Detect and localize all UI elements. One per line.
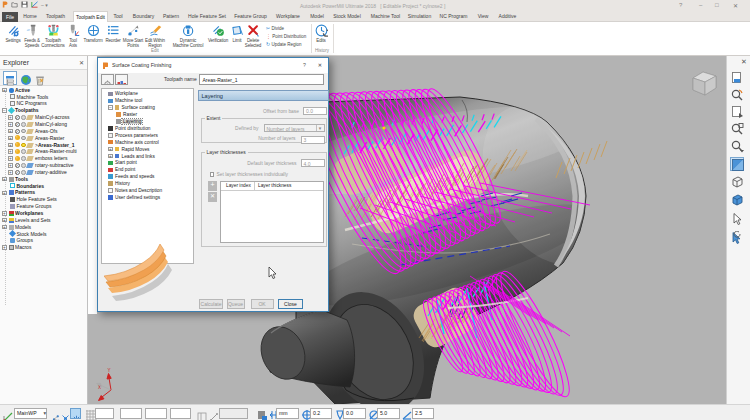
svg-text:Y: Y — [108, 368, 111, 373]
